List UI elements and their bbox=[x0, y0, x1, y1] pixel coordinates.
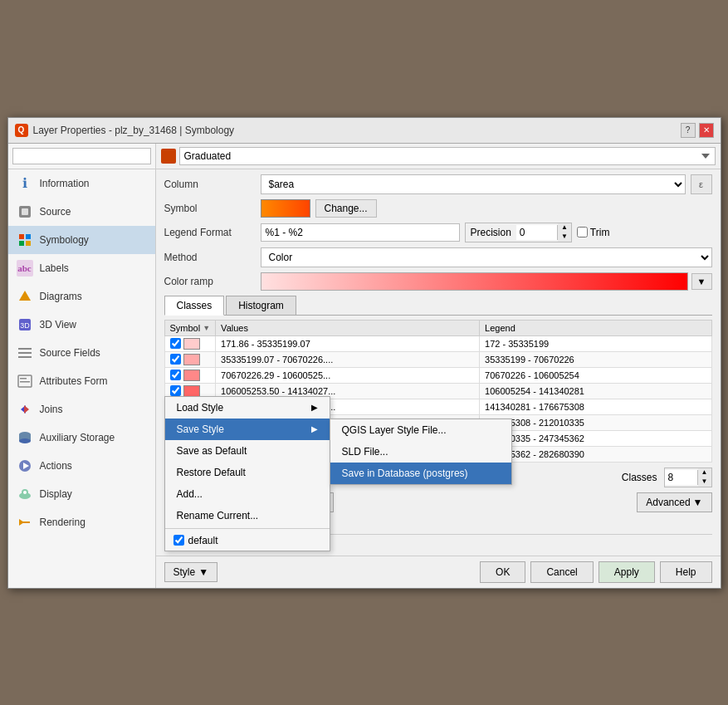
legend-format-input[interactable] bbox=[261, 223, 460, 242]
sidebar-item-3dview[interactable]: 3D 3D View bbox=[8, 311, 155, 339]
svg-rect-5 bbox=[26, 241, 31, 246]
menu-item-add[interactable]: Add... bbox=[165, 483, 330, 505]
column-select[interactable]: $area bbox=[261, 174, 686, 194]
precision-down-btn[interactable]: ▼ bbox=[558, 233, 571, 242]
sidebar-item-diagrams[interactable]: Diagrams bbox=[8, 282, 155, 311]
submenu-sld-file[interactable]: SLD File... bbox=[330, 441, 511, 463]
graduated-icon bbox=[161, 149, 176, 164]
sidebar-item-labels[interactable]: abc Labels bbox=[8, 254, 155, 282]
labels-icon: abc bbox=[17, 260, 33, 277]
sourcefields-icon bbox=[17, 345, 33, 361]
svg-marker-16 bbox=[24, 405, 29, 414]
default-checkbox[interactable] bbox=[173, 535, 184, 546]
change-symbol-btn[interactable]: Change... bbox=[315, 199, 377, 218]
sidebar-item-display[interactable]: Display bbox=[8, 480, 155, 508]
row-checkbox[interactable] bbox=[170, 385, 181, 396]
column-label: Column bbox=[164, 179, 256, 190]
row-color-swatch bbox=[183, 354, 200, 365]
row-legend: 172 - 35335199 bbox=[480, 335, 711, 351]
submenu-save-in-db[interactable]: Save in Database (postgres) bbox=[330, 463, 511, 484]
sidebar-item-label: Joins bbox=[40, 404, 63, 415]
close-window-btn[interactable]: ✕ bbox=[699, 123, 714, 138]
col-legend: Legend bbox=[480, 320, 711, 335]
precision-input[interactable] bbox=[516, 225, 558, 240]
svg-rect-10 bbox=[18, 352, 32, 354]
row-checkbox[interactable] bbox=[170, 370, 181, 380]
sidebar-item-label: Source Fields bbox=[40, 347, 100, 359]
title-bar: Q Layer Properties - plz_by_31468 | Symb… bbox=[8, 118, 721, 144]
svg-point-19 bbox=[19, 438, 31, 443]
table-row[interactable]: 35335199.07 - 70670226.... 35335199 - 70… bbox=[164, 351, 711, 367]
sidebar-item-rendering[interactable]: Rendering bbox=[8, 508, 155, 536]
sidebar-item-information[interactable]: ℹ Information bbox=[8, 169, 155, 198]
cancel-button[interactable]: Cancel bbox=[530, 561, 593, 583]
row-checkbox[interactable] bbox=[170, 354, 181, 365]
classes-input[interactable] bbox=[665, 470, 698, 485]
sidebar-item-actions[interactable]: Actions bbox=[8, 452, 155, 480]
svg-text:3D: 3D bbox=[20, 321, 30, 330]
symbol-sort-arrow: ▼ bbox=[203, 324, 210, 332]
auxiliarystorage-icon bbox=[17, 429, 33, 446]
svg-rect-4 bbox=[19, 241, 24, 246]
column-row: Column $area ε bbox=[164, 174, 712, 194]
sidebar-item-label: Display bbox=[40, 488, 72, 500]
style-button[interactable]: Style ▼ bbox=[164, 562, 218, 582]
menu-separator bbox=[165, 528, 330, 529]
help-window-btn[interactable]: ? bbox=[681, 123, 696, 138]
table-row[interactable]: 171.86 - 35335199.07 172 - 35335199 bbox=[164, 335, 711, 351]
symbol-label: Symbol bbox=[164, 203, 256, 214]
sidebar-item-label: Labels bbox=[40, 262, 69, 274]
expression-button[interactable]: ε bbox=[691, 174, 712, 194]
rendering-icon bbox=[17, 514, 33, 531]
menu-item-save-style[interactable]: Save Style ▶ bbox=[165, 419, 330, 440]
row-legend: 212010335 - 247345362 bbox=[480, 430, 711, 446]
precision-group: Precision ▲ ▼ bbox=[465, 223, 572, 242]
renderer-select[interactable]: Graduated bbox=[179, 147, 716, 165]
precision-text: Precision bbox=[466, 225, 516, 240]
sidebar-item-symbology[interactable]: Symbology bbox=[8, 226, 155, 254]
source-icon bbox=[17, 203, 33, 220]
row-color-swatch bbox=[183, 370, 200, 381]
svg-marker-26 bbox=[19, 519, 24, 526]
sidebar-item-attributesform[interactable]: Attributes Form bbox=[8, 367, 155, 395]
classes-down-btn[interactable]: ▼ bbox=[698, 477, 711, 487]
row-checkbox[interactable] bbox=[170, 338, 181, 349]
table-row[interactable]: 70670226.29 - 10600525... 70670226 - 106… bbox=[164, 367, 711, 383]
color-ramp-preview[interactable] bbox=[261, 272, 688, 291]
row-color-swatch bbox=[183, 338, 200, 350]
menu-item-load-style[interactable]: Load Style ▶ bbox=[165, 397, 330, 419]
svg-rect-3 bbox=[26, 234, 31, 239]
precision-spinners: ▲ ▼ bbox=[558, 223, 571, 242]
sidebar-item-sourcefields[interactable]: Source Fields bbox=[8, 339, 155, 367]
submenu-qgis-style-file[interactable]: QGIS Layer Style File... bbox=[330, 419, 511, 441]
advanced-btn[interactable]: Advanced ▼ bbox=[637, 492, 711, 512]
search-input[interactable] bbox=[12, 148, 151, 164]
save-style-submenu: QGIS Layer Style File... SLD File... Sav… bbox=[330, 419, 512, 485]
title-controls: ? ✕ bbox=[681, 123, 714, 138]
tab-classes[interactable]: Classes bbox=[164, 296, 225, 316]
sidebar-item-label: Symbology bbox=[40, 234, 89, 246]
color-ramp-dropdown-btn[interactable]: ▼ bbox=[691, 273, 712, 290]
menu-item-save-default[interactable]: Save as Default bbox=[165, 440, 330, 462]
svg-rect-2 bbox=[19, 234, 24, 239]
trim-checkbox[interactable] bbox=[577, 227, 588, 237]
sidebar-item-label: Diagrams bbox=[40, 291, 82, 302]
sidebar-item-source[interactable]: Source bbox=[8, 198, 155, 226]
classes-label: Classes bbox=[622, 472, 657, 483]
tab-histogram[interactable]: Histogram bbox=[226, 296, 296, 315]
row-legend: 141340281 - 176675308 bbox=[480, 399, 711, 414]
precision-up-btn[interactable]: ▲ bbox=[558, 223, 571, 233]
row-legend: 247345362 - 282680390 bbox=[480, 446, 711, 462]
method-select[interactable]: Color bbox=[261, 247, 712, 267]
help-button[interactable]: Help bbox=[660, 561, 712, 583]
menu-item-rename[interactable]: Rename Current... bbox=[165, 505, 330, 526]
ok-button[interactable]: OK bbox=[480, 561, 525, 583]
sidebar-item-auxiliarystorage[interactable]: Auxiliary Storage bbox=[8, 423, 155, 452]
apply-button[interactable]: Apply bbox=[599, 561, 655, 583]
trim-label: Trim bbox=[577, 227, 610, 238]
sidebar-item-joins[interactable]: Joins bbox=[8, 395, 155, 423]
classes-up-btn[interactable]: ▲ bbox=[698, 468, 711, 477]
menu-item-restore-default[interactable]: Restore Default bbox=[165, 462, 330, 483]
title-bar-left: Q Layer Properties - plz_by_31468 | Symb… bbox=[15, 124, 235, 137]
bottom-right-buttons: OK Cancel Apply Help bbox=[480, 561, 711, 583]
